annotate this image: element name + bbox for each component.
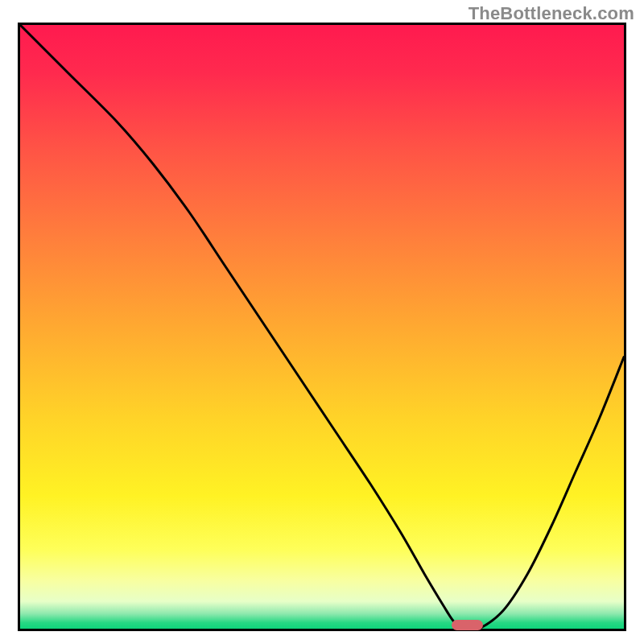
bottleneck-chart <box>20 25 624 629</box>
watermark-text: TheBottleneck.com <box>469 3 634 24</box>
optimal-marker <box>452 620 483 631</box>
chart-frame <box>18 23 626 631</box>
